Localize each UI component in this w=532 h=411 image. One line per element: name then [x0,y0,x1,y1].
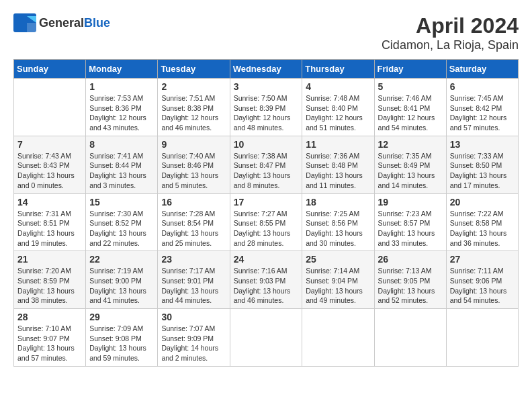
table-row: 28Sunrise: 7:10 AM Sunset: 9:07 PM Dayli… [14,309,86,367]
day-info: Sunrise: 7:09 AM Sunset: 9:08 PM Dayligh… [89,324,154,363]
day-info: Sunrise: 7:50 AM Sunset: 8:39 PM Dayligh… [234,93,299,133]
table-row [14,79,86,136]
calendar-table: Sunday Monday Tuesday Wednesday Thursday… [13,59,519,367]
day-number: 8 [89,139,154,150]
day-info: Sunrise: 7:16 AM Sunset: 9:03 PM Dayligh… [234,266,299,306]
table-row: 26Sunrise: 7:13 AM Sunset: 9:05 PM Dayli… [374,251,446,309]
day-number: 20 [450,197,515,208]
day-number: 29 [89,312,154,322]
day-number: 10 [234,139,299,150]
day-number: 9 [161,139,226,150]
table-row [302,309,374,367]
day-info: Sunrise: 7:46 AM Sunset: 8:41 PM Dayligh… [378,93,443,133]
col-friday: Friday [374,60,446,79]
day-info: Sunrise: 7:48 AM Sunset: 8:40 PM Dayligh… [306,93,370,133]
day-number: 4 [306,81,370,92]
day-info: Sunrise: 7:53 AM Sunset: 8:36 PM Dayligh… [89,93,154,133]
title-block: April 2024 Cidamon, La Rioja, Spain [382,13,519,52]
page-header: GeneralBlue April 2024 Cidamon, La Rioja… [13,13,519,52]
calendar-week-row: 1Sunrise: 7:53 AM Sunset: 8:36 PM Daylig… [14,79,519,136]
logo-blue-text: Blue [84,16,110,30]
day-info: Sunrise: 7:45 AM Sunset: 8:42 PM Dayligh… [450,93,515,133]
day-number: 6 [450,81,515,92]
day-number: 21 [17,254,82,265]
table-row: 6Sunrise: 7:45 AM Sunset: 8:42 PM Daylig… [446,79,518,136]
table-row: 5Sunrise: 7:46 AM Sunset: 8:41 PM Daylig… [374,79,446,136]
day-info: Sunrise: 7:31 AM Sunset: 8:51 PM Dayligh… [17,209,82,248]
day-info: Sunrise: 7:14 AM Sunset: 9:04 PM Dayligh… [306,266,370,306]
day-info: Sunrise: 7:17 AM Sunset: 9:01 PM Dayligh… [161,266,226,306]
day-info: Sunrise: 7:23 AM Sunset: 8:57 PM Dayligh… [378,209,443,248]
table-row: 8Sunrise: 7:41 AM Sunset: 8:44 PM Daylig… [86,136,158,193]
day-number: 13 [450,139,515,150]
day-number: 24 [234,254,299,265]
day-number: 19 [378,197,443,208]
col-saturday: Saturday [446,60,518,79]
table-row [446,309,518,367]
day-info: Sunrise: 7:41 AM Sunset: 8:44 PM Dayligh… [89,151,154,191]
day-info: Sunrise: 7:19 AM Sunset: 9:00 PM Dayligh… [89,266,154,306]
day-number: 12 [378,139,443,150]
col-sunday: Sunday [14,60,86,79]
table-row: 20Sunrise: 7:22 AM Sunset: 8:58 PM Dayli… [446,193,518,251]
day-info: Sunrise: 7:20 AM Sunset: 8:59 PM Dayligh… [17,266,82,306]
table-row: 19Sunrise: 7:23 AM Sunset: 8:57 PM Dayli… [374,193,446,251]
table-row [230,309,302,367]
day-info: Sunrise: 7:25 AM Sunset: 8:56 PM Dayligh… [306,209,370,248]
day-number: 25 [306,254,370,265]
day-number: 1 [89,81,154,92]
col-monday: Monday [86,60,158,79]
day-info: Sunrise: 7:10 AM Sunset: 9:07 PM Dayligh… [17,324,82,363]
day-info: Sunrise: 7:28 AM Sunset: 8:54 PM Dayligh… [161,209,226,248]
day-info: Sunrise: 7:11 AM Sunset: 9:06 PM Dayligh… [450,266,515,306]
table-row: 30Sunrise: 7:07 AM Sunset: 9:09 PM Dayli… [158,309,230,367]
svg-marker-2 [27,23,36,32]
day-number: 17 [234,197,299,208]
day-number: 16 [161,197,226,208]
table-row: 23Sunrise: 7:17 AM Sunset: 9:01 PM Dayli… [158,251,230,309]
day-number: 3 [234,81,299,92]
day-info: Sunrise: 7:07 AM Sunset: 9:09 PM Dayligh… [161,324,226,363]
day-info: Sunrise: 7:13 AM Sunset: 9:05 PM Dayligh… [378,266,443,306]
day-number: 14 [17,197,82,208]
day-number: 7 [17,139,82,150]
day-info: Sunrise: 7:40 AM Sunset: 8:46 PM Dayligh… [161,151,226,191]
logo: GeneralBlue [13,13,110,32]
day-info: Sunrise: 7:38 AM Sunset: 8:47 PM Dayligh… [234,151,299,191]
table-row: 29Sunrise: 7:09 AM Sunset: 9:08 PM Dayli… [86,309,158,367]
calendar-header-row: Sunday Monday Tuesday Wednesday Thursday… [14,60,519,79]
table-row: 13Sunrise: 7:33 AM Sunset: 8:50 PM Dayli… [446,136,518,193]
day-number: 30 [161,312,226,322]
table-row: 11Sunrise: 7:36 AM Sunset: 8:48 PM Dayli… [302,136,374,193]
page-title: April 2024 [382,13,519,38]
calendar-week-row: 7Sunrise: 7:43 AM Sunset: 8:43 PM Daylig… [14,136,519,193]
table-row: 24Sunrise: 7:16 AM Sunset: 9:03 PM Dayli… [230,251,302,309]
table-row: 12Sunrise: 7:35 AM Sunset: 8:49 PM Dayli… [374,136,446,193]
calendar-week-row: 14Sunrise: 7:31 AM Sunset: 8:51 PM Dayli… [14,193,519,251]
col-thursday: Thursday [302,60,374,79]
table-row: 3Sunrise: 7:50 AM Sunset: 8:39 PM Daylig… [230,79,302,136]
logo-general-text: General [39,16,84,30]
logo-icon [13,13,36,32]
table-row [374,309,446,367]
table-row: 22Sunrise: 7:19 AM Sunset: 9:00 PM Dayli… [86,251,158,309]
col-tuesday: Tuesday [158,60,230,79]
day-number: 18 [306,197,370,208]
table-row: 15Sunrise: 7:30 AM Sunset: 8:52 PM Dayli… [86,193,158,251]
table-row: 2Sunrise: 7:51 AM Sunset: 8:38 PM Daylig… [158,79,230,136]
col-wednesday: Wednesday [230,60,302,79]
page-subtitle: Cidamon, La Rioja, Spain [382,38,519,52]
table-row: 14Sunrise: 7:31 AM Sunset: 8:51 PM Dayli… [14,193,86,251]
day-number: 22 [89,254,154,265]
table-row: 17Sunrise: 7:27 AM Sunset: 8:55 PM Dayli… [230,193,302,251]
day-info: Sunrise: 7:36 AM Sunset: 8:48 PM Dayligh… [306,151,370,191]
day-info: Sunrise: 7:27 AM Sunset: 8:55 PM Dayligh… [234,209,299,248]
table-row: 10Sunrise: 7:38 AM Sunset: 8:47 PM Dayli… [230,136,302,193]
day-number: 15 [89,197,154,208]
day-number: 23 [161,254,226,265]
day-number: 5 [378,81,443,92]
table-row: 16Sunrise: 7:28 AM Sunset: 8:54 PM Dayli… [158,193,230,251]
day-info: Sunrise: 7:51 AM Sunset: 8:38 PM Dayligh… [161,93,226,133]
day-info: Sunrise: 7:22 AM Sunset: 8:58 PM Dayligh… [450,209,515,248]
table-row: 18Sunrise: 7:25 AM Sunset: 8:56 PM Dayli… [302,193,374,251]
